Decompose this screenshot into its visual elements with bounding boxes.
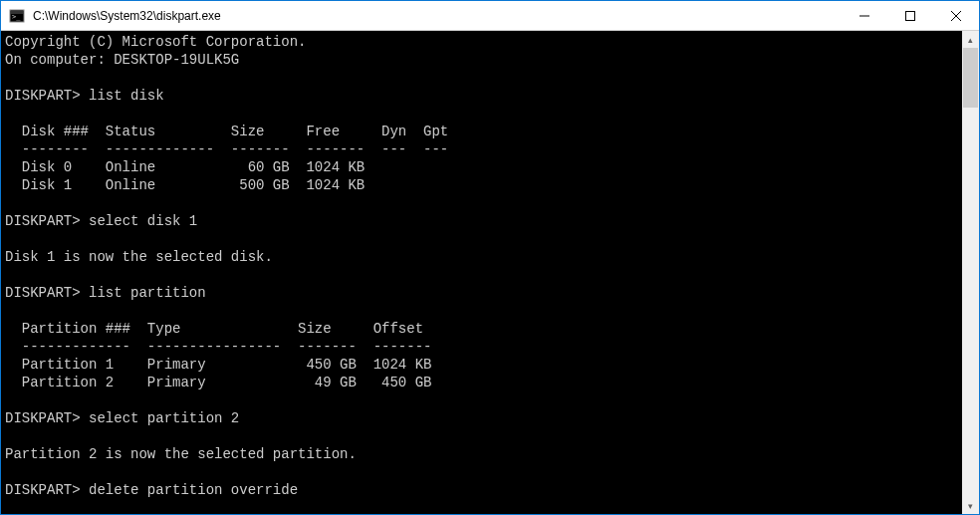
disk-table-row: Disk 0 Online 60 GB 1024 KB — [5, 159, 365, 175]
prompt: DISKPART> — [5, 285, 81, 301]
msg-disk-selected: Disk 1 is now the selected disk. — [5, 249, 273, 265]
command-select-partition: select partition 2 — [89, 410, 239, 426]
scroll-down-arrow[interactable]: ▾ — [962, 497, 979, 514]
disk-table-divider: -------- ------------- ------- ------- -… — [5, 141, 448, 157]
scroll-up-arrow[interactable]: ▴ — [962, 31, 979, 48]
partition-table-row: Partition 2 Primary 49 GB 450 GB — [5, 375, 431, 390]
msg-partition-selected: Partition 2 is now the selected partitio… — [5, 446, 357, 462]
vertical-scrollbar[interactable]: ▴ ▾ — [962, 31, 979, 514]
window-title: C:\Windows\System32\diskpart.exe — [31, 9, 842, 23]
prompt: DISKPART> — [5, 88, 81, 104]
command-list-disk: list disk — [89, 88, 164, 104]
command-delete-partition: delete partition override — [89, 482, 298, 498]
computer-line: On computer: DESKTOP-19ULK5G — [5, 52, 239, 68]
prompt: DISKPART> — [5, 410, 81, 426]
console-output[interactable]: Copyright (C) Microsoft Corporation. On … — [1, 31, 962, 514]
partition-table-row: Partition 1 Primary 450 GB 1024 KB — [5, 357, 431, 373]
scrollbar-track[interactable] — [962, 48, 979, 497]
maximize-button[interactable] — [887, 1, 933, 30]
disk-table-row: Disk 1 Online 500 GB 1024 KB — [5, 177, 365, 193]
prompt: DISKPART> — [5, 213, 81, 229]
svg-rect-4 — [906, 11, 915, 20]
disk-table-header: Disk ### Status Size Free Dyn Gpt — [5, 124, 448, 139]
partition-table-header: Partition ### Type Size Offset — [5, 321, 423, 337]
command-list-partition: list partition — [89, 285, 206, 301]
command-select-disk: select disk 1 — [89, 213, 197, 229]
minimize-button[interactable] — [842, 1, 887, 30]
window-controls — [842, 1, 979, 30]
prompt: DISKPART> — [5, 482, 81, 498]
window-titlebar: >_ C:\Windows\System32\diskpart.exe — [1, 1, 979, 31]
partition-table-divider: ------------- ---------------- ------- -… — [5, 339, 431, 355]
copyright-line: Copyright (C) Microsoft Corporation. — [5, 34, 306, 50]
close-button[interactable] — [933, 1, 979, 30]
app-icon: >_ — [9, 8, 25, 24]
scrollbar-thumb[interactable] — [963, 48, 978, 108]
console-container: Copyright (C) Microsoft Corporation. On … — [1, 31, 979, 514]
svg-text:>_: >_ — [12, 13, 21, 21]
